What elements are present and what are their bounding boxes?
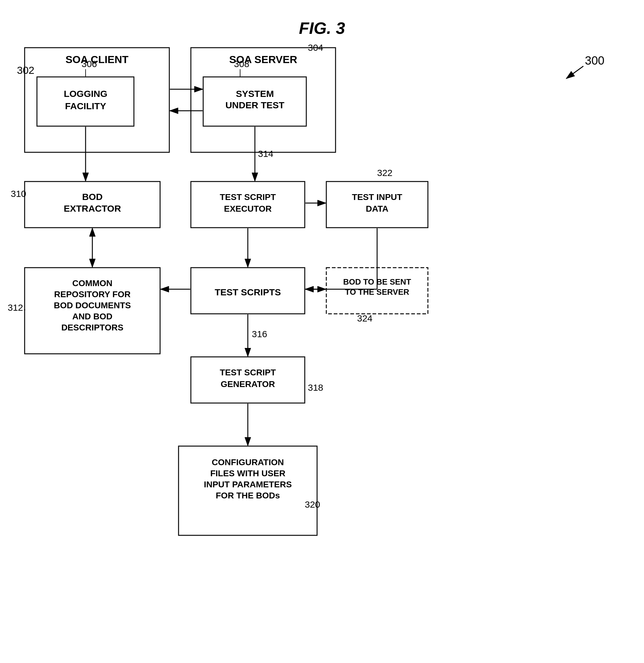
ref-304: 304 (308, 43, 323, 53)
svg-line-2 (567, 66, 583, 78)
common-repository-box (25, 268, 160, 354)
logging-facility-label-2: FACILITY (65, 101, 106, 111)
test-script-generator-box (191, 357, 305, 403)
test-script-generator-label-2: GENERATOR (221, 379, 275, 389)
common-repo-label-3: BOD DOCUMENTS (54, 301, 131, 310)
system-under-test-label-1: SYSTEM (236, 89, 274, 99)
soa-server-container (191, 48, 336, 152)
common-repo-label-1: COMMON (72, 278, 113, 288)
bod-to-be-sent-box (326, 268, 428, 314)
ref-300: 300 (585, 54, 604, 67)
ref-318: 318 (308, 383, 323, 393)
ref-320: 320 (305, 499, 320, 509)
system-under-test-label-2: UNDER TEST (225, 100, 285, 110)
logging-facility-box (37, 77, 134, 126)
test-scripts-label: TEST SCRIPTS (215, 287, 281, 297)
test-input-data-label-1: TEST INPUT (352, 192, 402, 202)
bod-to-be-sent-label-1: BOD TO BE SENT (343, 277, 411, 287)
config-files-label-2: FILES WITH USER (210, 468, 285, 478)
config-files-label-4: FOR THE BODs (216, 491, 280, 500)
ref-314: 314 (258, 148, 273, 159)
ref-322: 322 (377, 168, 393, 178)
common-repo-label-2: REPOSITORY FOR (54, 290, 131, 299)
config-files-box (179, 446, 317, 535)
bod-extractor-box (25, 182, 160, 228)
test-script-executor-label-1: TEST SCRIPT (220, 192, 276, 202)
test-script-executor-label-2: EXECUTOR (224, 204, 271, 213)
test-input-data-box (326, 182, 428, 228)
test-input-data-label-2: DATA (366, 204, 388, 213)
ref-306: 306 (82, 59, 97, 69)
common-repo-label-4: AND BOD (72, 312, 113, 321)
soa-client-container (25, 48, 169, 152)
bod-to-be-sent-label-2: TO THE SERVER (345, 287, 409, 297)
config-files-label-3: INPUT PARAMETERS (204, 480, 292, 489)
ref-310: 310 (11, 189, 26, 199)
system-under-test-box (203, 77, 306, 126)
common-repo-label-5: DESCRIPTORS (61, 323, 124, 332)
ref-324: 324 (357, 313, 373, 323)
soa-client-label: SOA CLIENT (66, 53, 129, 65)
soa-server-label: SOA SERVER (229, 53, 297, 65)
test-scripts-box (191, 268, 305, 314)
test-script-generator-label-1: TEST SCRIPT (220, 368, 276, 377)
config-files-label-1: CONFIGURATION (212, 457, 284, 467)
bod-extractor-label-2: EXTRACTOR (64, 203, 121, 213)
ref-302: 302 (17, 64, 35, 76)
ref-316: 316 (252, 329, 267, 339)
ref-308: 308 (234, 59, 249, 69)
ref-312: 312 (8, 302, 23, 313)
logging-facility-label-1: LOGGING (64, 89, 107, 99)
test-script-executor-box (191, 182, 305, 228)
bod-extractor-label-1: BOD (82, 192, 103, 202)
fig-title: FIG. 3 (299, 19, 345, 37)
